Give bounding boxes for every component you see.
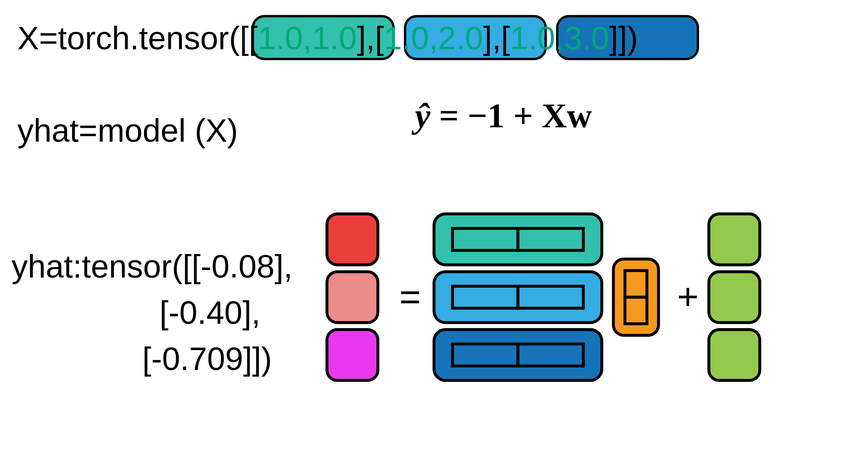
model-call-text: yhat=model (X) xyxy=(18,112,238,148)
x-row-1 xyxy=(434,214,602,265)
yhat-cell-1 xyxy=(327,214,378,265)
x-row-2 xyxy=(434,272,602,323)
result-line-3: [-0.709]]) xyxy=(142,341,272,377)
result-line-2: [-0.40], xyxy=(159,294,260,331)
yhat-cell-3 xyxy=(327,330,378,380)
w-vector xyxy=(614,259,659,335)
bias-cell-2 xyxy=(709,272,760,323)
bias-cell-3 xyxy=(709,330,760,380)
bias-cell-1 xyxy=(709,214,760,265)
yhat-cell-2 xyxy=(327,272,378,323)
plus-sign: + xyxy=(677,276,699,317)
x-suffix: ]) xyxy=(618,20,638,56)
x-row-3 xyxy=(434,330,602,380)
graphic-equation: = + xyxy=(327,214,760,380)
equals-sign: = xyxy=(399,276,421,317)
figure: X=torch.tensor([[1.0,1.0],[1.0,2.0],[1.0… xyxy=(0,0,868,466)
equation-text: ŷ = −1 + Xw xyxy=(411,96,592,135)
x-prefix: X=torch.tensor([ xyxy=(18,20,249,56)
x-assign-text: X=torch.tensor([[1.0,1.0],[1.0,2.0],[1.0… xyxy=(18,20,638,56)
result-line-1: yhat:tensor([[-0.08], xyxy=(12,248,293,285)
